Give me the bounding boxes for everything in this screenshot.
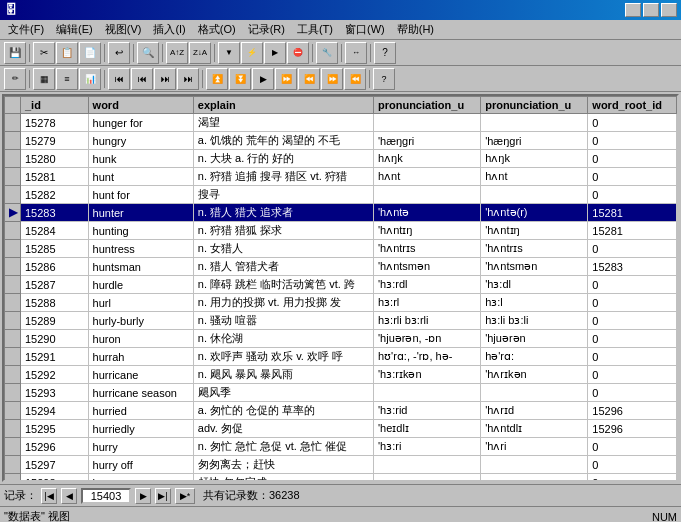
menu-help[interactable]: 帮助(H) xyxy=(391,20,440,39)
tb2-help[interactable]: ? xyxy=(373,68,395,90)
table-row[interactable]: 15281huntn. 狩猎 追捕 搜寻 猎区 vt. 狩猎hʌnthʌnt0 xyxy=(5,168,677,186)
tb2-btn4[interactable]: ⏭ xyxy=(177,68,199,90)
row-select-header xyxy=(5,97,21,114)
cell-pron2: hʌnt xyxy=(481,168,588,186)
menu-edit[interactable]: 编辑(E) xyxy=(50,20,99,39)
table-row[interactable]: 15290huronn. 休伦湖'hjuərən, -ɒn'hjuərən0 xyxy=(5,330,677,348)
col-header-word[interactable]: word xyxy=(88,97,193,114)
cell-word: hurricane season xyxy=(88,384,193,402)
tb-relations[interactable]: ↔ xyxy=(345,42,367,64)
menu-window[interactable]: 窗口(W) xyxy=(339,20,391,39)
tb-save[interactable]: 💾 xyxy=(4,42,26,64)
menu-tools[interactable]: 工具(T) xyxy=(291,20,339,39)
table-row[interactable]: 15294hurrieda. 匆忙的 仓促的 草率的'hɜ:rid'hʌrɪd1… xyxy=(5,402,677,420)
table-row[interactable]: 15286huntsmann. 猎人 管猎犬者'hʌntsmən'hʌntsmə… xyxy=(5,258,677,276)
cell-explain: n. 骚动 喧嚣 xyxy=(193,312,373,330)
cell-pron2: 'hʌrɪd xyxy=(481,402,588,420)
table-row[interactable]: 15298hurry up赶快 匆匆完成0 xyxy=(5,474,677,483)
table-row[interactable]: 15285huntressn. 女猎人'hʌntrɪs'hʌntrɪs0 xyxy=(5,240,677,258)
tb2-btn2[interactable]: ⏮ xyxy=(131,68,153,90)
tb2-btn9[interactable]: ⏪ xyxy=(298,68,320,90)
cell-id: 15292 xyxy=(21,366,89,384)
cell-pron2 xyxy=(481,114,588,132)
tb-filter4[interactable]: ⛔ xyxy=(287,42,309,64)
tb2-btn5[interactable]: ⏫ xyxy=(206,68,228,90)
menu-insert[interactable]: 插入(I) xyxy=(147,20,191,39)
table-row[interactable]: 15289hurly-burlyn. 骚动 喧嚣hɜ:rli bɜ:rlihɜ:… xyxy=(5,312,677,330)
cell-root: 0 xyxy=(588,276,677,294)
nav-prev-button[interactable]: ◀ xyxy=(61,488,77,504)
menu-records[interactable]: 记录(R) xyxy=(242,20,291,39)
col-header-explain[interactable]: explain xyxy=(193,97,373,114)
tb2-btn8[interactable]: ⏩ xyxy=(275,68,297,90)
cell-pron1: 'hɜ:rid xyxy=(373,402,480,420)
tb-paste[interactable]: 📄 xyxy=(79,42,101,64)
tb-sort-desc[interactable]: Z↓A xyxy=(189,42,211,64)
cell-pron2: 'hʌri xyxy=(481,438,588,456)
tb2-btn3[interactable]: ⏭ xyxy=(154,68,176,90)
table-row[interactable]: 15279hungrya. 饥饿的 荒年的 渴望的 不毛'hæŋgri'hæŋg… xyxy=(5,132,677,150)
table-row[interactable]: 15284huntingn. 狩猎 猎狐 探求'hʌntɪŋ'hʌntɪŋ152… xyxy=(5,222,677,240)
table-row[interactable]: 15282hunt for搜寻0 xyxy=(5,186,677,204)
table-row[interactable]: ▶15283huntern. 猎人 猎犬 追求者'hʌntə'hʌntə(r)1… xyxy=(5,204,677,222)
nav-last-button[interactable]: ▶| xyxy=(155,488,171,504)
title-bar-buttons xyxy=(625,3,677,17)
nav-first-button[interactable]: |◀ xyxy=(41,488,57,504)
tb-find[interactable]: 🔍 xyxy=(137,42,159,64)
tb2-btn6[interactable]: ⏬ xyxy=(229,68,251,90)
tb2-edit[interactable]: ✏ xyxy=(4,68,26,90)
table-row[interactable]: 15280hunkn. 大块 a. 行的 好的hʌŋkhʌŋk0 xyxy=(5,150,677,168)
col-header-pron1[interactable]: pronunciation_u xyxy=(373,97,480,114)
minimize-button[interactable] xyxy=(625,3,641,17)
sep2-4 xyxy=(369,70,370,88)
table-row[interactable]: 15288hurln. 用力的投掷 vt. 用力投掷 发hɜ:rlhɜ:l0 xyxy=(5,294,677,312)
tb-filter1[interactable]: ▼ xyxy=(218,42,240,64)
cell-explain: n. 休伦湖 xyxy=(193,330,373,348)
col-header-id[interactable]: _id xyxy=(21,97,89,114)
table-row[interactable]: 15291hurrahn. 欢呼声 骚动 欢乐 v. 欢呼 呼hʊ'rɑ:, -… xyxy=(5,348,677,366)
cell-root: 0 xyxy=(588,312,677,330)
tb-sort-asc[interactable]: A↑Z xyxy=(166,42,188,64)
table-row[interactable]: 15293hurricane season飓风季0 xyxy=(5,384,677,402)
table-row[interactable]: 15297hurry off匆匆离去；赶快0 xyxy=(5,456,677,474)
restore-button[interactable] xyxy=(643,3,659,17)
tb-new-obj[interactable]: 🔧 xyxy=(316,42,338,64)
tb-undo[interactable]: ↩ xyxy=(108,42,130,64)
menu-file[interactable]: 文件(F) xyxy=(2,20,50,39)
table-row[interactable]: 15287hurdlen. 障碍 跳栏 临时活动篱笆 vt. 跨'hɜ:rdl'… xyxy=(5,276,677,294)
table-row[interactable]: 15278hunger for渴望0 xyxy=(5,114,677,132)
record-number-input[interactable] xyxy=(81,488,131,504)
tb-filter2[interactable]: ⚡ xyxy=(241,42,263,64)
table-row[interactable]: 15296hurryn. 匆忙 急忙 急促 vt. 急忙 催促'hɜ:ri'hʌ… xyxy=(5,438,677,456)
data-table-container[interactable]: _id word explain pronunciation_u pronunc… xyxy=(2,94,679,482)
cell-word: huntress xyxy=(88,240,193,258)
tb-cut[interactable]: ✂ xyxy=(33,42,55,64)
cell-pron2 xyxy=(481,384,588,402)
row-select-cell xyxy=(5,438,21,456)
tb2-view2[interactable]: ≡ xyxy=(56,68,78,90)
cell-id: 15291 xyxy=(21,348,89,366)
nav-new-button[interactable]: ▶* xyxy=(175,488,195,504)
table-row[interactable]: 15292hurricanen. 飓风 暴风 暴风雨'hɜ:rɪkən'hʌrɪ… xyxy=(5,366,677,384)
cell-root: 0 xyxy=(588,294,677,312)
cell-pron1: hʌŋk xyxy=(373,150,480,168)
cell-pron1: 'hʌntrɪs xyxy=(373,240,480,258)
nav-next-button[interactable]: ▶ xyxy=(135,488,151,504)
tb-filter3[interactable]: ▶ xyxy=(264,42,286,64)
tb2-view3[interactable]: 📊 xyxy=(79,68,101,90)
tb-help[interactable]: ? xyxy=(374,42,396,64)
col-header-root[interactable]: word_root_id xyxy=(588,97,677,114)
table-row[interactable]: 15295hurriedlyadv. 匆促'heɪdlɪ'hʌntdlɪ1529… xyxy=(5,420,677,438)
sep-6 xyxy=(312,44,313,62)
tb-copy[interactable]: 📋 xyxy=(56,42,78,64)
tb2-btn10[interactable]: ⏩ xyxy=(321,68,343,90)
tb2-btn7[interactable]: ▶ xyxy=(252,68,274,90)
tb2-btn11[interactable]: ⏪ xyxy=(344,68,366,90)
menu-view[interactable]: 视图(V) xyxy=(99,20,148,39)
menu-format[interactable]: 格式(O) xyxy=(192,20,242,39)
tb2-view1[interactable]: ▦ xyxy=(33,68,55,90)
close-button[interactable] xyxy=(661,3,677,17)
col-header-pron2[interactable]: pronunciation_u xyxy=(481,97,588,114)
tb2-btn1[interactable]: ⏮ xyxy=(108,68,130,90)
cell-pron2: hɜ:li bɜ:li xyxy=(481,312,588,330)
